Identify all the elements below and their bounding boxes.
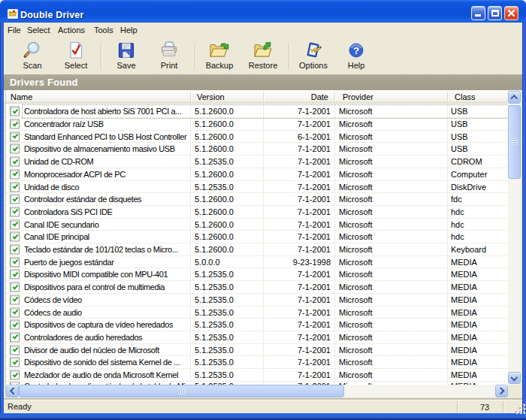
svg-text:?: ?: [353, 45, 359, 56]
